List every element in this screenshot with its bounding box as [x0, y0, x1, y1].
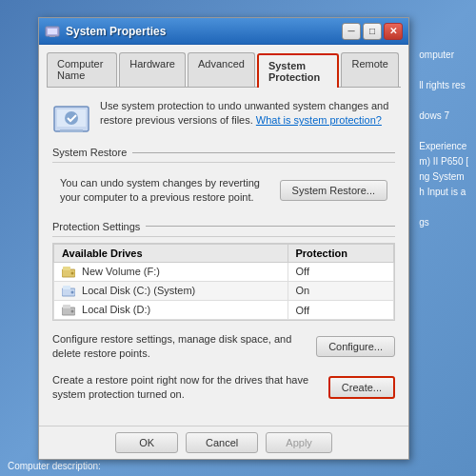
info-section: Use system protection to undo unwanted s…: [52, 99, 395, 137]
col-header-drives: Available Drives: [54, 244, 288, 262]
drive-row-2[interactable]: Local Disk (C:) (System) On: [54, 281, 394, 300]
drive-name-2: Local Disk (C:) (System): [54, 281, 288, 300]
close-button[interactable]: ✕: [384, 23, 403, 40]
drive-protection-3: Off: [288, 300, 394, 319]
drive-protection-1: Off: [288, 262, 394, 281]
create-section: Create a restore point right now for the…: [52, 369, 395, 407]
configure-button[interactable]: Configure...: [316, 336, 395, 357]
dialog-title: System Properties: [66, 25, 166, 38]
drive-row-1[interactable]: New Volume (F:) Off: [54, 262, 394, 281]
tab-bar: Computer Name Hardware Advanced System P…: [47, 52, 401, 88]
drives-table: Available Drives Protection: [53, 244, 394, 320]
title-bar: System Properties ─ □ ✕: [39, 18, 408, 45]
svg-point-5: [65, 111, 78, 125]
dialog-icon: [45, 24, 60, 39]
protection-settings-header: Protection Settings: [52, 221, 395, 232]
svg-point-15: [71, 310, 74, 313]
drive-protection-2: On: [288, 281, 394, 300]
ok-button[interactable]: OK: [115, 432, 178, 453]
bg-side-text: omputer ll rights res dows 7 Experience …: [419, 48, 468, 230]
system-restore-button[interactable]: System Restore...: [280, 180, 387, 201]
tab-advanced[interactable]: Advanced: [188, 52, 255, 87]
col-header-protection: Protection: [288, 244, 394, 262]
restore-description: You can undo system changes by reverting…: [60, 176, 270, 206]
drive-icon-3: [62, 305, 75, 316]
drive-icon-1: [62, 267, 75, 278]
restore-separator: [52, 162, 395, 163]
configure-section: Configure restore settings, manage disk …: [52, 328, 395, 366]
create-description: Create a restore point right now for the…: [52, 373, 319, 403]
cancel-button[interactable]: Cancel: [186, 432, 258, 453]
apply-button[interactable]: Apply: [266, 432, 332, 453]
maximize-button[interactable]: □: [363, 23, 382, 40]
configure-description: Configure restore settings, manage disk …: [52, 332, 307, 362]
title-bar-left: System Properties: [45, 24, 166, 39]
system-restore-header: System Restore: [52, 147, 395, 158]
drive-name-1: New Volume (F:): [54, 262, 288, 281]
minimize-button[interactable]: ─: [342, 23, 361, 40]
drive-name-3: Local Disk (D:): [54, 300, 288, 319]
svg-rect-8: [63, 267, 70, 270]
drives-table-container: Available Drives Protection: [52, 243, 395, 321]
svg-rect-14: [63, 305, 70, 308]
svg-rect-1: [48, 29, 57, 34]
drive-row-3[interactable]: Local Disk (D:) Off: [54, 300, 394, 319]
dialog-content: Computer Name Hardware Advanced System P…: [39, 45, 408, 426]
tab-computer-name[interactable]: Computer Name: [47, 52, 117, 87]
create-button[interactable]: Create...: [328, 376, 395, 399]
info-description: Use system protection to undo unwanted s…: [100, 99, 395, 129]
svg-point-12: [71, 290, 74, 293]
dialog-footer: OK Cancel Apply: [39, 426, 408, 459]
bg-bottom-text: Computer description:: [8, 461, 101, 471]
tab-remote[interactable]: Remote: [341, 52, 399, 87]
svg-rect-2: [50, 35, 55, 37]
tab-system-protection[interactable]: System Protection: [257, 53, 340, 88]
svg-rect-6: [60, 129, 83, 132]
svg-rect-11: [63, 286, 70, 289]
what-is-protection-link[interactable]: What is system protection?: [256, 114, 382, 126]
title-bar-buttons: ─ □ ✕: [342, 23, 403, 40]
tab-content-system-protection: Use system protection to undo unwanted s…: [47, 95, 401, 418]
system-properties-dialog: System Properties ─ □ ✕ Computer Name Ha…: [38, 17, 409, 460]
protection-icon: [52, 99, 90, 137]
restore-section: You can undo system changes by reverting…: [52, 169, 395, 213]
tab-hardware[interactable]: Hardware: [119, 52, 186, 87]
protection-separator: [52, 236, 395, 237]
drive-icon-2: [62, 286, 75, 297]
svg-point-9: [71, 271, 74, 274]
